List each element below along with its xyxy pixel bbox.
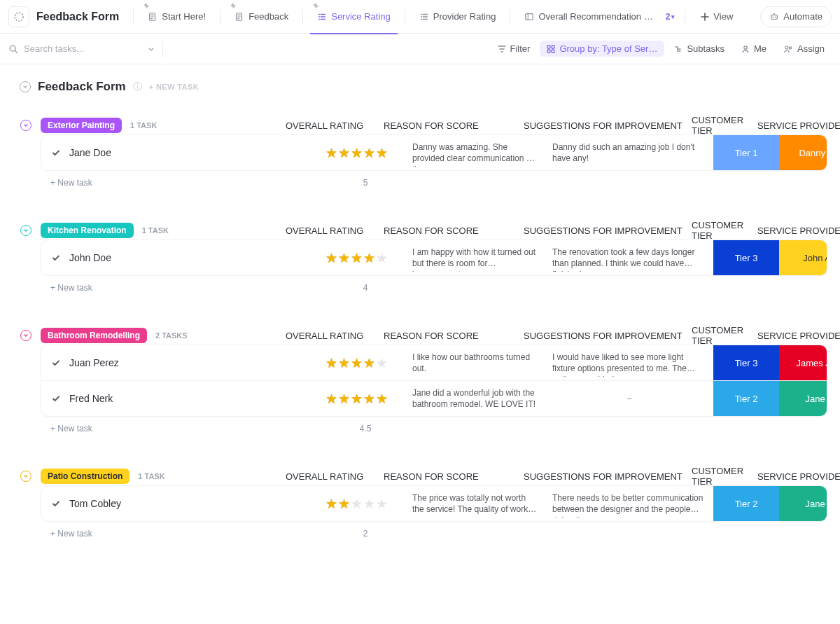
me-button[interactable]: Me [734,41,774,57]
new-task-row[interactable]: + New task [50,178,316,188]
table-row[interactable]: John Doe ★★★★★ I am happy with how it tu… [41,240,827,275]
pin-icon [313,3,318,8]
tab-overall-recommendation[interactable]: Overall Recommendation … [517,0,659,34]
new-task-button[interactable]: + NEW TASK [149,83,199,91]
reason-cell[interactable]: I am happy with how it turned out but th… [405,244,545,272]
table-row[interactable]: Tom Cobley ★★★★★ The price was totally n… [41,486,827,521]
group-badge[interactable]: Bathroom Remodelling [41,328,147,343]
me-label: Me [754,43,766,54]
svg-rect-4 [771,15,778,19]
reason-cell[interactable]: Jane did a wonderful job with the bathro… [405,384,545,412]
provider-cell[interactable]: James Johnson [779,345,827,380]
task-count: 1 TASK [130,121,157,130]
suggestion-cell[interactable]: Danny did such an amazing job I don't ha… [545,139,713,167]
group-badge[interactable]: Exterior Painting [41,118,122,133]
tab-service-rating[interactable]: Service Rating [310,0,398,34]
assign-button[interactable]: Assign [776,41,832,57]
separator [220,9,220,25]
reason-cell[interactable]: The price was totally not worth the serv… [405,490,545,518]
col-tier: CUSTOMER TIER [692,466,757,487]
tier-cell[interactable]: Tier 2 [713,381,779,416]
page-body: Feedback Form ⓘ + NEW TASK Exterior Pain… [0,64,840,599]
tab-label: Start Here! [162,11,206,22]
star-icon: ★ [338,145,350,161]
tier-cell[interactable]: Tier 3 [713,345,779,380]
info-icon[interactable]: ⓘ [133,81,142,93]
subtasks-label: Subtasks [687,43,724,54]
provider-cell[interactable]: John Adams [779,240,827,275]
plus-icon [701,13,709,21]
star-icon: ★ [338,496,350,512]
table-row[interactable]: Fred Nerk ★★★★★ Jane did a wonderful job… [41,380,827,416]
svg-rect-8 [547,46,550,48]
suggestion-cell[interactable]: There needs to be better communication b… [545,490,713,518]
separator [133,9,134,25]
check-icon [51,499,61,508]
provider-cell[interactable]: Jane Smith [779,486,827,521]
table-row[interactable]: Jane Doe ★★★★★ Danny was amazing. She pr… [41,135,827,170]
person-icon [741,45,750,53]
col-tier: CUSTOMER TIER [692,115,757,136]
tier-cell[interactable]: Tier 2 [713,486,779,521]
task-count: 1 TASK [138,472,164,480]
tab-start-here[interactable]: Start Here! [141,0,213,34]
rating-cell[interactable]: ★★★★★ [307,250,405,266]
add-view-button[interactable]: View [692,6,741,27]
filter-button[interactable]: Filter [491,41,538,57]
star-icon: ★ [363,355,375,371]
col-reason: REASON FOR SCORE [384,226,524,236]
automate-button[interactable]: Automate [760,6,832,27]
suggestion-cell[interactable]: I would have liked to see more light fix… [545,349,713,377]
group-toggle[interactable] [20,224,32,237]
provider-cell[interactable]: Danny Rogers [779,135,827,170]
new-task-row[interactable]: + New task [50,283,316,293]
rating-cell[interactable]: ★★★★★ [307,496,405,512]
hidden-tabs-count[interactable]: 2 ▾ [663,11,678,23]
search-input[interactable] [24,43,129,54]
reason-cell[interactable]: Danny was amazing. She provided clear co… [405,139,545,167]
col-provider: SERVICE PROVIDER [757,471,840,482]
svg-point-14 [789,46,791,48]
star-icon: ★ [326,391,337,407]
new-task-row[interactable]: + New task [50,424,316,434]
subtasks-button[interactable]: Subtasks [667,41,731,57]
rating-cell[interactable]: ★★★★★ [307,391,405,407]
group-toggle[interactable] [20,470,32,483]
col-reason: REASON FOR SCORE [384,331,524,341]
star-icon: ★ [326,496,337,512]
tier-cell[interactable]: Tier 1 [713,135,779,170]
star-icon: ★ [351,391,363,407]
chevron-down-icon[interactable] [147,45,155,53]
suggestion-cell[interactable]: The renovation took a few days longer th… [545,244,713,272]
star-icon: ★ [326,355,337,371]
check-icon [51,358,61,368]
suggestion-cell[interactable]: – [545,390,713,407]
group-badge[interactable]: Kitchen Renovation [41,223,134,238]
table-row[interactable]: Juan Perez ★★★★★ I like how our bathroom… [41,345,827,380]
groupby-button[interactable]: Group by: Type of Service… [540,41,664,57]
tier-cell[interactable]: Tier 3 [713,240,779,275]
task-block: John Doe ★★★★★ I am happy with how it tu… [41,240,827,276]
reason-cell[interactable]: I like how our bathrooms turned out. [405,349,545,377]
provider-cell[interactable]: Jane Smith [779,381,827,416]
tab-feedback[interactable]: Feedback [227,0,295,34]
new-task-row[interactable]: + New task [50,529,316,539]
group-average: 2 [316,529,414,539]
groupby-label: Group by: Type of Service… [559,43,657,54]
svg-rect-3 [526,13,533,20]
group-toggle[interactable] [20,329,32,342]
star-icon: ★ [376,355,388,371]
search-icon [8,44,18,54]
chevron-circle-icon[interactable] [20,81,31,92]
col-provider: SERVICE PROVIDER [757,120,840,131]
group-badge[interactable]: Patio Construction [41,469,130,484]
rating-cell[interactable]: ★★★★★ [307,355,405,371]
group-toggle[interactable] [20,119,32,132]
caret-down-icon: ▾ [671,13,675,20]
page-title: Feedback Form [36,11,119,23]
tab-provider-rating[interactable]: Provider Rating [412,0,503,34]
rating-cell[interactable]: ★★★★★ [307,145,405,161]
star-icon: ★ [338,250,350,266]
star-icon: ★ [351,355,363,371]
svg-rect-11 [552,50,554,53]
